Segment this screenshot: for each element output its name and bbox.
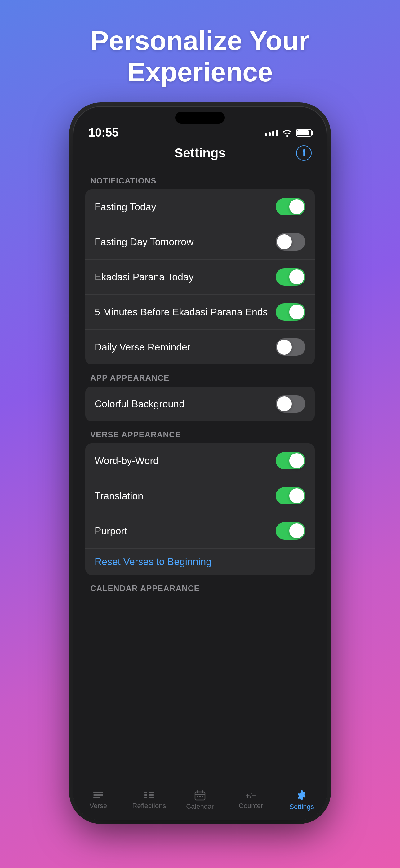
settings-scroll[interactable]: NOTIFICATIONS Fasting Today Fasting Day …	[73, 164, 327, 784]
svg-rect-1	[93, 795, 103, 796]
counter-icon: +/−	[245, 791, 257, 800]
svg-rect-2	[93, 797, 100, 798]
purport-toggle[interactable]	[276, 522, 305, 539]
fasting-tomorrow-label: Fasting Day Tomorrow	[95, 236, 276, 248]
wifi-icon	[282, 129, 292, 137]
daily-verse-toggle[interactable]	[276, 338, 305, 356]
nav-header: Settings ℹ	[73, 140, 327, 164]
five-minutes-label: 5 Minutes Before Ekadasi Parana Ends	[95, 306, 276, 318]
word-by-word-toggle[interactable]	[276, 452, 305, 469]
fasting-today-toggle[interactable]	[276, 198, 305, 215]
fasting-today-row: Fasting Today	[85, 189, 315, 224]
tab-verse[interactable]: Verse	[73, 791, 124, 810]
svg-text:+/−: +/−	[245, 791, 257, 800]
five-minutes-toggle[interactable]	[276, 303, 305, 321]
app-appearance-card: Colorful Background	[85, 386, 315, 421]
daily-verse-label: Daily Verse Reminder	[95, 341, 276, 353]
status-bar: 10:55	[73, 124, 327, 140]
hero-title: Personalize Your Experience	[91, 25, 309, 88]
tab-counter[interactable]: +/− Counter	[226, 791, 276, 810]
status-time: 10:55	[88, 126, 119, 140]
notifications-card: Fasting Today Fasting Day Tomorrow Ekada…	[85, 189, 315, 365]
fasting-tomorrow-row: Fasting Day Tomorrow	[85, 224, 315, 259]
reset-verses-row[interactable]: Reset Verses to Beginning	[85, 549, 315, 575]
colorful-background-row: Colorful Background	[85, 386, 315, 421]
svg-rect-5	[144, 795, 147, 796]
settings-icon	[296, 790, 307, 801]
svg-rect-13	[197, 796, 198, 797]
ekadasi-parana-toggle[interactable]	[276, 268, 305, 286]
tab-reflections[interactable]: Reflections	[124, 791, 174, 810]
svg-rect-10	[197, 790, 198, 793]
fasting-today-label: Fasting Today	[95, 201, 276, 213]
tab-calendar[interactable]: Calendar	[174, 790, 226, 811]
battery-icon	[296, 129, 312, 136]
verse-appearance-header: VERSE APPEARANCE	[85, 424, 315, 443]
tab-verse-label: Verse	[90, 802, 107, 810]
translation-toggle[interactable]	[276, 487, 305, 504]
phone-frame: 10:55 Settings ℹ NOTIFI	[73, 106, 327, 820]
ekadasi-parana-label: Ekadasi Parana Today	[95, 271, 276, 283]
tab-settings-label: Settings	[289, 803, 314, 811]
svg-rect-4	[148, 792, 154, 793]
svg-rect-7	[144, 797, 147, 798]
svg-rect-0	[93, 792, 103, 793]
dynamic-island	[175, 112, 225, 124]
svg-rect-6	[148, 795, 154, 796]
colorful-background-toggle[interactable]	[276, 395, 305, 412]
svg-rect-11	[202, 790, 203, 793]
notifications-header: NOTIFICATIONS	[85, 170, 315, 189]
verse-appearance-card: Word-by-Word Translation Purport Reset V…	[85, 443, 315, 575]
nav-title: Settings	[174, 146, 226, 160]
tab-reflections-label: Reflections	[132, 802, 166, 810]
svg-rect-15	[202, 796, 203, 797]
svg-rect-8	[148, 797, 154, 798]
reflections-icon	[143, 791, 155, 800]
five-minutes-row: 5 Minutes Before Ekadasi Parana Ends	[85, 294, 315, 330]
translation-label: Translation	[95, 490, 276, 502]
word-by-word-row: Word-by-Word	[85, 443, 315, 478]
info-button[interactable]: ℹ	[296, 145, 312, 161]
svg-rect-3	[144, 792, 147, 793]
colorful-background-label: Colorful Background	[95, 398, 276, 410]
purport-label: Purport	[95, 525, 276, 537]
word-by-word-label: Word-by-Word	[95, 455, 276, 467]
ekadasi-parana-row: Ekadasi Parana Today	[85, 259, 315, 294]
app-appearance-header: APP APPEARANCE	[85, 367, 315, 386]
reset-verses-link[interactable]: Reset Verses to Beginning	[85, 549, 315, 575]
hero-section: Personalize Your Experience	[91, 0, 309, 106]
tab-calendar-label: Calendar	[186, 803, 214, 811]
status-icons	[265, 129, 312, 137]
svg-rect-14	[199, 796, 201, 797]
purport-row: Purport	[85, 514, 315, 549]
verse-icon	[93, 791, 104, 800]
tab-counter-label: Counter	[239, 802, 263, 810]
tab-bar: Verse Reflections Cal	[73, 784, 327, 820]
translation-row: Translation	[85, 478, 315, 514]
daily-verse-row: Daily Verse Reminder	[85, 330, 315, 365]
fasting-tomorrow-toggle[interactable]	[276, 233, 305, 251]
tab-settings[interactable]: Settings	[276, 790, 327, 811]
signal-icon	[265, 130, 278, 136]
calendar-appearance-header: CALENDAR APPEARANCE	[85, 578, 315, 597]
calendar-icon	[194, 790, 206, 801]
